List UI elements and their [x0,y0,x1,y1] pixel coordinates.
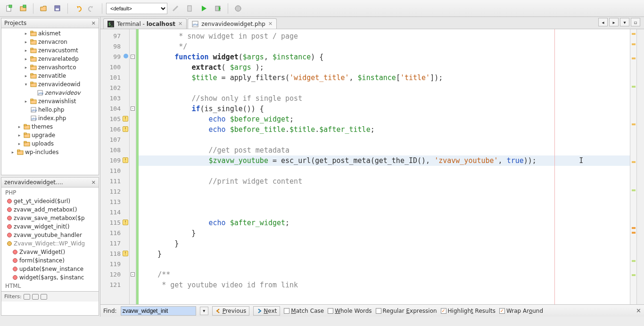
svg-text:php: php [32,117,37,121]
svg-text:php: php [32,108,37,112]
project-tree[interactable]: ▸akismet▸zenvacron▸zenvacustomt▸zenvarel… [1,28,99,175]
navigator-item[interactable]: zvavw_youtube_handler [3,231,97,239]
editor-tab[interactable]: phpzenvavideowidget.php✕ [188,18,277,29]
open-icon[interactable] [37,2,50,15]
highlight-checkbox[interactable]: ✓Highlight Results [441,308,495,314]
profile-icon[interactable] [232,2,244,15]
find-prev-button[interactable]: Previous [212,306,250,316]
find-label: Find: [103,308,117,314]
fold-strip[interactable]: --- [130,29,136,304]
navigator-panel: zenvavideowidget.… ✕ PHPget_yt_videoid($… [1,177,99,316]
svg-rect-32 [24,124,26,126]
run-config-select[interactable]: <default> [106,3,167,14]
tree-item[interactable]: ▾zenvavideowid [1,80,99,89]
tree-item[interactable]: ▸zenvashortco [1,63,99,72]
redo-icon[interactable] [86,2,98,15]
tree-item[interactable]: ▸akismet [1,29,99,38]
close-icon[interactable]: ✕ [91,20,96,26]
tree-item[interactable]: phpzenvavideov [1,89,99,97]
navigator-item[interactable]: Zvavw_Widget::WP_Widg [3,239,97,248]
filter-icon[interactable] [24,294,30,300]
editor-tab[interactable]: $_Terminal - localhost✕ [103,18,187,29]
save-all-icon[interactable] [51,2,64,15]
clean-icon[interactable] [183,2,196,15]
main-toolbar: <default> [0,0,644,17]
line-gutter: 979899100101102103104105!106!107108109!1… [100,29,130,304]
find-next-button[interactable]: Next [253,306,280,316]
svg-rect-22 [31,82,33,83]
svg-rect-36 [24,141,26,143]
navigator-title: zenvavideowidget.… [4,179,63,186]
navigator-item[interactable]: zvavw_widget_init() [3,222,97,231]
code-editor[interactable]: 979899100101102103104105!106!107108109!1… [100,29,644,304]
svg-rect-18 [31,65,33,66]
find-history-icon[interactable]: ▾ [200,307,208,315]
navigator-item[interactable]: form($instance) [3,256,97,265]
error-strip[interactable] [630,29,636,304]
svg-rect-5 [56,8,59,10]
svg-rect-14 [31,48,33,49]
tree-item[interactable]: ▸wp-includes [1,148,99,156]
whole-words-checkbox[interactable]: Whole Words [328,308,372,314]
tab-close-icon[interactable]: ✕ [268,21,272,27]
close-icon[interactable]: ✕ [636,307,641,314]
svg-rect-12 [31,40,33,41]
match-case-checkbox[interactable]: Match Case [284,308,324,314]
new-file-icon[interactable] [3,2,15,15]
svg-text:php: php [193,23,198,26]
new-project-icon[interactable] [17,2,29,15]
navigator-item[interactable]: widget($args, $instanc [3,273,97,282]
tree-item[interactable]: phpindex.php [1,114,99,122]
filters-label: Filters: [4,293,22,300]
filters-bar: Filters: [1,291,99,302]
projects-panel: Projects ✕ ▸akismet▸zenvacron▸zenvacusto… [1,18,99,175]
vertical-scrollbar[interactable] [636,29,644,304]
svg-rect-16 [31,57,33,58]
navigator-item[interactable]: Zvavw_Widget() [3,248,97,256]
build-icon[interactable] [169,2,182,15]
navigator-item[interactable]: zvavw_add_metabox() [3,205,97,214]
tree-item[interactable]: ▸upgrade [1,131,99,139]
tree-item[interactable]: ▸zenvacustomt [1,46,99,55]
navigator-item[interactable]: update($new_instance [3,265,97,273]
navigator-item[interactable]: get_yt_videoid($url) [3,197,97,205]
tree-item[interactable]: ▸uploads [1,139,99,148]
navigator-list[interactable]: PHPget_yt_videoid($url)zvavw_add_metabox… [1,187,99,291]
wrap-checkbox[interactable]: ✓Wrap Around [499,308,543,314]
tree-item[interactable]: ▸themes [1,122,99,131]
svg-text:php: php [38,91,43,95]
tab-close-icon[interactable]: ✕ [178,21,182,27]
tree-item[interactable]: ▸zenvarelatedp [1,55,99,63]
tree-item[interactable]: ▸zenvawishlist [1,97,99,106]
navigator-item[interactable]: zvavw_save_metabox($p [3,214,97,222]
tree-item[interactable]: ▸zenvatitle [1,72,99,80]
tab-scroll-left-icon[interactable]: ◂ [598,18,608,26]
tree-item[interactable]: ▸zenvacron [1,38,99,46]
svg-rect-26 [31,99,33,100]
filter-icon[interactable] [32,294,39,300]
code-area[interactable]: * snow widget in post / page */ function… [139,29,630,304]
editor-tabs: $_Terminal - localhost✕phpzenvavideowidg… [100,17,644,29]
tab-scroll-right-icon[interactable]: ▸ [609,18,619,26]
svg-rect-38 [17,150,20,151]
tree-item[interactable]: phphello.php [1,106,99,114]
svg-rect-3 [23,5,26,8]
svg-rect-10 [31,31,33,33]
filter-icon[interactable] [41,294,47,300]
regex-checkbox[interactable]: Regular Expression [376,308,437,314]
tab-list-icon[interactable]: ▾ [620,18,629,26]
undo-icon[interactable] [72,2,84,15]
find-bar: Find: ▾ Previous Next Match Case Whole W… [100,304,644,317]
svg-rect-20 [31,73,33,75]
maximize-icon[interactable]: ▫ [631,18,640,26]
find-input[interactable] [121,306,196,316]
svg-text:$_: $_ [108,22,113,26]
svg-point-8 [235,6,241,11]
run-icon[interactable] [198,2,210,15]
svg-rect-34 [24,133,26,134]
debug-icon[interactable] [212,2,224,15]
close-icon[interactable]: ✕ [91,179,96,186]
svg-rect-1 [9,5,12,8]
svg-rect-6 [188,6,191,11]
projects-title: Projects [4,20,26,26]
